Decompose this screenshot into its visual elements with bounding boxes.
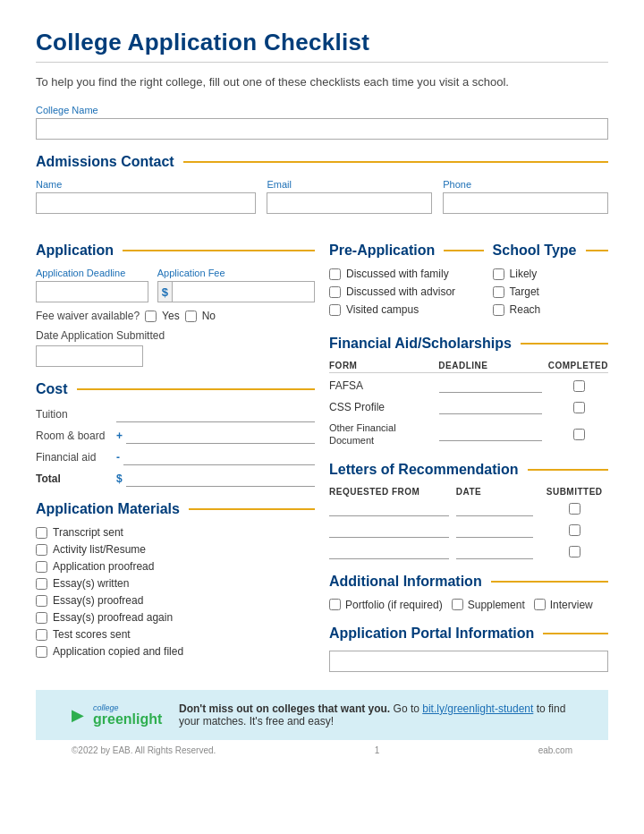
application-heading: Application bbox=[36, 243, 114, 259]
fin-aid-form-2: Other Financial Document bbox=[329, 421, 439, 447]
fin-aid-heading: Financial Aid/Scholarships bbox=[329, 336, 512, 352]
fin-aid-row-0: FAFSA bbox=[329, 379, 608, 393]
additional-checkbox-1[interactable] bbox=[452, 599, 463, 610]
fin-aid-table-header: FORM DEADLINE COMPLETED bbox=[329, 361, 608, 373]
date-submitted-input[interactable] bbox=[36, 345, 143, 367]
deadline-input[interactable] bbox=[36, 281, 148, 302]
material-checkbox-5[interactable] bbox=[36, 612, 47, 624]
fin-aid-header: Financial Aid/Scholarships bbox=[329, 336, 608, 352]
additional-checkbox-2[interactable] bbox=[534, 599, 546, 610]
schooltype-checkbox-2[interactable] bbox=[493, 304, 504, 316]
waiver-label: Fee waiver available? bbox=[36, 310, 140, 322]
letters-divider bbox=[528, 469, 608, 471]
deadline-fee-row: Application Deadline Application Fee $ bbox=[36, 268, 315, 302]
fin-aid-deadline-0 bbox=[439, 379, 549, 393]
additional-item-2: Interview bbox=[534, 599, 593, 611]
waiver-no-checkbox[interactable] bbox=[185, 311, 197, 322]
fin-aid-col-deadline: DEADLINE bbox=[438, 361, 547, 370]
fee-input[interactable] bbox=[173, 285, 314, 298]
fin-aid-deadline-1 bbox=[439, 400, 549, 414]
preapp-checkbox-1[interactable] bbox=[329, 286, 341, 298]
schooltype-checkbox-1[interactable] bbox=[493, 286, 504, 298]
tuition-label: Tuition bbox=[36, 408, 116, 421]
cost-section: Cost Tuition Room & board + Financial ai… bbox=[36, 381, 315, 487]
schooltype-divider bbox=[586, 250, 608, 251]
material-checkbox-1[interactable] bbox=[36, 544, 47, 556]
app-materials-divider bbox=[189, 508, 315, 510]
material-checkbox-7[interactable] bbox=[36, 646, 47, 658]
fin-aid-col-completed: COMPLETED bbox=[548, 361, 608, 370]
footer-logo: ▶ college greenlight bbox=[72, 703, 161, 727]
letters-from-1 bbox=[329, 523, 456, 538]
email-field-wrap: Email bbox=[267, 179, 432, 214]
preapp-label-2: Visited campus bbox=[346, 303, 419, 316]
material-checkbox-0[interactable] bbox=[36, 527, 47, 539]
letters-from-2 bbox=[329, 545, 456, 559]
cost-finaid-row: Financial aid - bbox=[36, 449, 315, 465]
phone-input[interactable] bbox=[443, 192, 608, 214]
letters-submitted-2 bbox=[540, 546, 608, 557]
name-input[interactable] bbox=[36, 192, 256, 214]
fin-aid-checkbox-1[interactable] bbox=[573, 402, 585, 413]
additional-info-heading: Additional Information bbox=[329, 574, 482, 590]
letters-row-0 bbox=[329, 502, 608, 516]
additional-item-1: Supplement bbox=[452, 599, 525, 611]
greenlight-arrow-icon: ▶ bbox=[72, 705, 84, 725]
finaid-label: Financial aid bbox=[36, 451, 116, 464]
letters-col-submitted: SUBMITTED bbox=[540, 487, 608, 497]
material-label-3: Essay(s) written bbox=[53, 577, 129, 590]
schooltype-label-0: Likely bbox=[510, 268, 538, 280]
fin-aid-checkbox-2[interactable] bbox=[573, 429, 585, 440]
letters-row-2 bbox=[329, 545, 608, 559]
schooltype-checkbox-0[interactable] bbox=[493, 268, 504, 280]
additional-checkbox-0[interactable] bbox=[329, 599, 341, 610]
additional-label-1: Supplement bbox=[468, 599, 525, 611]
name-label: Name bbox=[36, 179, 256, 190]
cost-section-header: Cost bbox=[36, 381, 315, 397]
footer-text-before-link: Go to bbox=[394, 702, 423, 715]
tuition-line bbox=[116, 406, 315, 422]
preapp-checkbox-0[interactable] bbox=[329, 268, 341, 280]
fin-aid-row-2: Other Financial Document bbox=[329, 421, 608, 447]
schooltype-col: School Type Likely Target Reach bbox=[493, 228, 608, 321]
waiver-yes-checkbox[interactable] bbox=[145, 311, 157, 322]
letters-header: Letters of Recommendation bbox=[329, 462, 608, 478]
app-materials-heading: Application Materials bbox=[36, 501, 180, 517]
material-item-7: Application copied and filed bbox=[36, 645, 315, 658]
email-label: Email bbox=[267, 179, 432, 190]
email-input[interactable] bbox=[267, 192, 432, 214]
preapp-label-0: Discussed with family bbox=[346, 268, 449, 280]
date-submitted-label: Date Application Submitted bbox=[36, 329, 315, 342]
room-line bbox=[126, 428, 315, 444]
fin-aid-checkbox-0[interactable] bbox=[573, 380, 585, 392]
letters-checkbox-2[interactable] bbox=[569, 546, 580, 557]
material-checkbox-3[interactable] bbox=[36, 578, 47, 590]
material-checkbox-2[interactable] bbox=[36, 561, 47, 573]
schooltype-heading: School Type bbox=[493, 243, 577, 259]
material-checkbox-6[interactable] bbox=[36, 629, 47, 641]
cost-total-row: Total $ bbox=[36, 471, 315, 487]
fee-symbol: $ bbox=[158, 282, 173, 302]
fin-aid-divider bbox=[521, 343, 608, 345]
material-item-5: Essay(s) proofread again bbox=[36, 611, 315, 624]
footer-link[interactable]: bit.ly/greenlight-student bbox=[422, 702, 533, 715]
fin-aid-form-0: FAFSA bbox=[329, 379, 439, 392]
material-item-0: Transcript sent bbox=[36, 526, 315, 539]
material-checkbox-4[interactable] bbox=[36, 595, 47, 607]
letters-checkbox-1[interactable] bbox=[569, 524, 580, 536]
total-symbol: $ bbox=[116, 472, 123, 485]
portal-input[interactable] bbox=[329, 651, 608, 672]
preapp-label-1: Discussed with advisor bbox=[346, 285, 455, 298]
fin-aid-deadline-2 bbox=[439, 427, 549, 441]
total-label: Total bbox=[36, 472, 116, 485]
application-col: Application Application Deadline Applica… bbox=[36, 228, 315, 672]
preapp-checkbox-2[interactable] bbox=[329, 304, 341, 316]
preapp-item-1: Discussed with advisor bbox=[329, 285, 484, 298]
college-name-input[interactable] bbox=[36, 118, 608, 140]
letters-checkbox-0[interactable] bbox=[569, 503, 580, 515]
total-line bbox=[126, 471, 315, 487]
material-label-2: Application proofread bbox=[53, 560, 154, 573]
footer: ▶ college greenlight Don't miss out on c… bbox=[36, 690, 608, 740]
copyright: ©2022 by EAB. All Rights Reserved. bbox=[72, 745, 216, 755]
college-name-label: College Name bbox=[36, 105, 608, 115]
